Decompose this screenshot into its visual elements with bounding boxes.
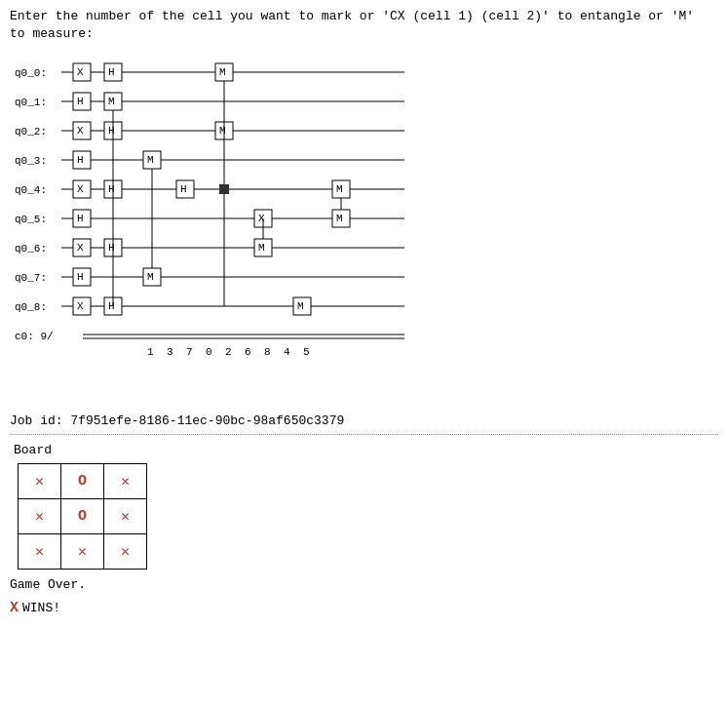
board-label: Board <box>10 443 718 457</box>
svg-text:M: M <box>108 96 115 107</box>
board-cell-2-1: ✕ <box>61 534 104 570</box>
svg-text:H: H <box>180 183 187 195</box>
col-label-1: 1 <box>147 346 154 358</box>
col-label-4: 4 <box>284 346 290 358</box>
svg-text:X: X <box>77 66 84 78</box>
board-cell-2-2: ✕ <box>104 534 147 570</box>
col-label-2: 2 <box>225 346 232 358</box>
job-id: Job id: 7f951efe-8186-11ec-90bc-98af650c… <box>10 413 718 428</box>
game-over-text: Game Over. <box>10 577 718 592</box>
wins-line: X WINS! <box>10 600 718 616</box>
svg-text:H: H <box>77 96 84 107</box>
qubit-label-1: q0_1: <box>15 97 47 108</box>
board-grid: ✕ O ✕ ✕ O ✕ ✕ ✕ ✕ <box>18 463 147 570</box>
circuit-diagram: q0_0: q0_1: q0_2: q0_3: q0_4: q0_5: q0_6… <box>15 53 718 408</box>
col-label-3: 3 <box>167 346 173 358</box>
svg-text:M: M <box>219 66 226 78</box>
svg-text:X: X <box>258 213 265 224</box>
svg-text:M: M <box>297 300 304 312</box>
svg-text:M: M <box>336 183 343 195</box>
svg-text:X: X <box>77 183 84 195</box>
col-label-5: 5 <box>303 346 310 358</box>
board-cell-1-0: ✕ <box>19 499 61 534</box>
svg-text:H: H <box>77 154 84 166</box>
wins-symbol: X <box>10 600 19 616</box>
wins-text: WINS! <box>22 601 60 615</box>
svg-text:H: H <box>108 125 115 137</box>
svg-text:H: H <box>108 300 115 312</box>
svg-text:M: M <box>147 154 154 166</box>
svg-text:H: H <box>77 213 84 224</box>
svg-text:H: H <box>77 271 84 283</box>
svg-text:M: M <box>336 213 343 224</box>
instruction-text: Enter the number of the cell you want to… <box>10 8 718 43</box>
svg-text:H: H <box>108 242 115 254</box>
dotted-separator <box>10 434 718 435</box>
qubit-label-5: q0_5: <box>15 214 47 225</box>
board-cell-0-0: ✕ <box>19 464 61 499</box>
qubit-label-4: q0_4: <box>15 184 47 196</box>
svg-text:X: X <box>77 300 84 312</box>
col-label-7: 7 <box>186 346 193 358</box>
qubit-label-0: q0_0: <box>15 67 47 79</box>
svg-text:M: M <box>147 271 154 283</box>
qubit-label-8: q0_8: <box>15 301 47 313</box>
svg-text:H: H <box>108 66 115 78</box>
qubit-label-2: q0_2: <box>15 126 47 138</box>
board-cell-1-2: ✕ <box>104 499 147 534</box>
col-label-0: 0 <box>206 346 212 358</box>
board-cell-0-1: O <box>61 464 104 499</box>
board-cell-2-0: ✕ <box>19 534 61 570</box>
svg-text:M: M <box>219 125 226 137</box>
qubit-label-6: q0_6: <box>15 243 47 255</box>
svg-text:M: M <box>258 242 265 254</box>
col-label-6: 6 <box>245 346 251 358</box>
control-dot-q4-col5 <box>219 184 229 194</box>
qubit-label-3: q0_3: <box>15 155 47 167</box>
col-label-8: 8 <box>264 346 271 358</box>
c0-label: c0: 9/ <box>15 331 54 342</box>
board-cell-1-1: O <box>61 499 104 534</box>
board-cell-0-2: ✕ <box>104 464 147 499</box>
svg-text:X: X <box>77 242 84 254</box>
svg-text:X: X <box>77 125 84 137</box>
qubit-label-7: q0_7: <box>15 272 47 284</box>
svg-text:H: H <box>108 183 115 195</box>
